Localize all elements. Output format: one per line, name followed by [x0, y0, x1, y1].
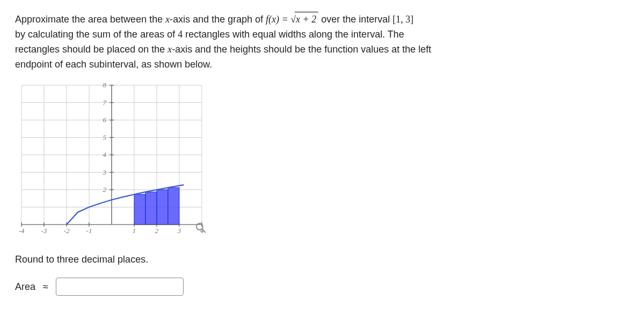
- svg-point-54: [196, 223, 203, 230]
- svg-text:-4: -4: [19, 227, 25, 235]
- text-fragment: -axis and the heights should be the func…: [172, 44, 431, 55]
- text-fragment: rectangles should be placed on the: [15, 44, 167, 55]
- svg-line-55: [202, 229, 206, 233]
- chart: -4-3-2-112342345678: [15, 80, 208, 241]
- rounding-instruction: Round to three decimal places.: [15, 252, 629, 267]
- var-x: x: [167, 44, 172, 55]
- svg-text:4: 4: [103, 151, 107, 159]
- problem-statement: Approximate the area between the x-axis …: [15, 12, 629, 72]
- svg-rect-21: [168, 188, 179, 225]
- svg-text:8: 8: [103, 81, 107, 89]
- svg-text:-3: -3: [41, 227, 47, 235]
- answer-row: Area ≈: [15, 278, 629, 296]
- text-fragment: over the interval: [318, 14, 392, 25]
- svg-text:-1: -1: [86, 227, 92, 235]
- svg-text:2: 2: [155, 227, 159, 235]
- svg-text:1: 1: [133, 227, 136, 235]
- sqrt-arg: x + 2: [296, 14, 316, 25]
- svg-rect-20: [157, 190, 168, 225]
- fx-lhs: f(x) =: [266, 14, 290, 25]
- text-fragment: by calculating the sum of the areas of: [15, 29, 178, 40]
- svg-rect-18: [134, 194, 145, 224]
- text-fragment: rectangles with equal widths along the i…: [182, 29, 404, 40]
- answer-input[interactable]: [56, 278, 184, 296]
- svg-text:3: 3: [177, 227, 181, 235]
- text-fragment: endpoint of each subinterval, as shown b…: [15, 59, 212, 70]
- answer-label: Area: [15, 280, 35, 295]
- riemann-chart: -4-3-2-112342345678: [15, 80, 208, 241]
- function-expr: f(x) = √x + 2: [266, 14, 318, 25]
- text-fragment: -axis and the graph of: [170, 14, 266, 25]
- svg-text:-2: -2: [64, 227, 70, 235]
- approx-symbol: ≈: [43, 280, 48, 295]
- num-rectangles: 4: [178, 29, 182, 40]
- svg-text:2: 2: [103, 185, 107, 193]
- svg-text:3: 3: [103, 168, 107, 176]
- svg-text:5: 5: [103, 133, 107, 141]
- var-x: x: [165, 14, 170, 25]
- interval: [1, 3]: [393, 14, 414, 25]
- svg-rect-19: [145, 192, 157, 225]
- magnify-icon[interactable]: [195, 222, 206, 233]
- svg-text:7: 7: [103, 98, 107, 106]
- text-fragment: Approximate the area between the: [15, 14, 165, 25]
- svg-text:6: 6: [103, 116, 107, 124]
